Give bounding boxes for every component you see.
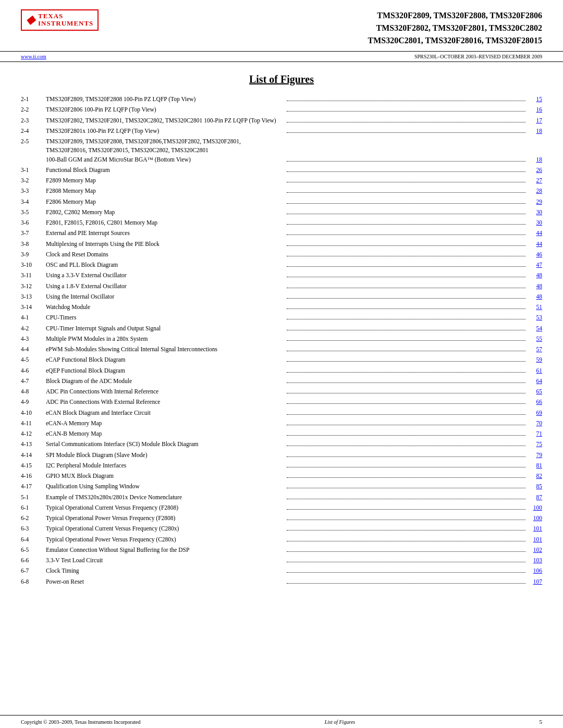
header-title-line1: TMS320F2809, TMS320F2808, TMS320F2806 — [368, 9, 542, 22]
toc-text-wrap: Multiplexing of Interrupts Using the PIE… — [46, 240, 542, 249]
footer-copyright: Copyright © 2003–2009, Texas Instruments… — [21, 719, 140, 725]
toc-text: ADC Pin Connections With Internal Refere… — [46, 387, 285, 396]
toc-page[interactable]: 59 — [528, 355, 542, 364]
toc-page[interactable]: 85 — [528, 482, 542, 491]
toc-entry: 6-5 Emulator Connection Without Signal B… — [21, 546, 542, 554]
toc-entry: 4-9 ADC Pin Connections With External Re… — [21, 398, 542, 406]
toc-dots — [287, 361, 525, 362]
toc-page[interactable]: 100 — [528, 514, 542, 523]
toc-page[interactable]: 18 — [528, 155, 542, 164]
toc-page[interactable]: 81 — [528, 461, 542, 470]
toc-text-wrap: Emulator Connection Without Signal Buffe… — [46, 546, 542, 554]
toc-page[interactable]: 15 — [528, 95, 542, 104]
toc-page[interactable]: 16 — [528, 105, 542, 114]
toc-page[interactable]: 48 — [528, 271, 542, 280]
toc-text-wrap: eQEP Functional Block Diagram 61 — [46, 366, 542, 375]
toc-page[interactable]: 82 — [528, 472, 542, 480]
toc-page[interactable]: 66 — [528, 398, 542, 406]
toc-dots — [287, 182, 525, 182]
website-link[interactable]: www.ti.com — [21, 54, 46, 59]
toc-page[interactable]: 28 — [528, 187, 542, 195]
toc-text: CPU-Timers — [46, 313, 285, 322]
toc-text: ADC Pin Connections With External Refere… — [46, 398, 285, 406]
toc-page[interactable]: 61 — [528, 366, 542, 375]
toc-page[interactable]: 53 — [528, 313, 542, 322]
logo-texas: TEXAS — [38, 13, 93, 20]
toc-page[interactable]: 106 — [528, 566, 542, 575]
toc-number: 3-9 — [21, 250, 46, 259]
toc-page[interactable]: 46 — [528, 250, 542, 259]
toc-page[interactable]: 101 — [528, 535, 542, 544]
toc-page[interactable]: 100 — [528, 503, 542, 512]
toc-page[interactable]: 75 — [528, 440, 542, 449]
toc-page[interactable]: 87 — [528, 493, 542, 502]
toc-page[interactable]: 101 — [528, 524, 542, 533]
toc-number: 2-1 — [21, 95, 46, 104]
toc-page[interactable]: 47 — [528, 261, 542, 269]
toc-page[interactable]: 44 — [528, 240, 542, 249]
toc-text-wrap: SPI Module Block Diagram (Slave Mode) 79 — [46, 451, 542, 460]
toc-text-wrap: eCAN-B Memory Map 71 — [46, 429, 542, 438]
toc-page[interactable]: 70 — [528, 419, 542, 428]
toc-number: 3-13 — [21, 292, 46, 301]
toc-page[interactable]: 48 — [528, 292, 542, 301]
toc-page[interactable]: 29 — [528, 198, 542, 206]
toc-number: 3-10 — [21, 261, 46, 269]
toc-dots — [287, 477, 525, 478]
toc-page[interactable]: 30 — [528, 218, 542, 227]
toc-page[interactable]: 54 — [528, 324, 542, 333]
toc-page[interactable]: 64 — [528, 377, 542, 386]
toc-page[interactable]: 27 — [528, 176, 542, 185]
toc-text-wrap: External and PIE Interrupt Sources 44 — [46, 229, 542, 238]
toc-page[interactable]: 55 — [528, 335, 542, 343]
toc-entry: 3-9 Clock and Reset Domains 46 — [21, 250, 542, 259]
toc-dots — [287, 309, 525, 309]
toc-page[interactable]: 103 — [528, 556, 542, 565]
toc-page[interactable]: 17 — [528, 116, 542, 125]
toc-text-wrap: F2802, C2802 Memory Map 30 — [46, 208, 542, 217]
toc-dots — [287, 203, 525, 204]
toc-page[interactable]: 79 — [528, 451, 542, 460]
toc-text-wrap: ADC Pin Connections With External Refere… — [46, 398, 542, 406]
toc-text-wrap: TMS320F2806 100-Pin PZ LQFP (Top View) 1… — [46, 105, 542, 114]
toc-text-wrap: Power-on Reset 107 — [46, 577, 542, 586]
toc-text-wrap: CPU-Timer Interrupt Signals and Output S… — [46, 324, 542, 333]
toc-page[interactable]: 48 — [528, 282, 542, 291]
toc-dots-row: 100-Ball GGM and ZGM MicroStar BGA™ (Bot… — [46, 155, 542, 164]
toc-number: 3-5 — [21, 208, 46, 217]
toc-entry: 6-3 Typical Operational Current Versus F… — [21, 524, 542, 533]
toc-number: 6-1 — [21, 503, 46, 512]
toc-text: eCAP Functional Block Diagram — [46, 355, 285, 364]
toc-entry: 2-5 TMS320F2809, TMS320F2808, TMS320F280… — [21, 137, 542, 164]
toc-page[interactable]: 102 — [528, 546, 542, 554]
toc-dots — [287, 288, 525, 288]
toc-entry: 6-8 Power-on Reset 107 — [21, 577, 542, 586]
toc-page[interactable]: 18 — [528, 127, 542, 135]
toc-dots — [287, 467, 525, 467]
toc-page[interactable]: 71 — [528, 429, 542, 438]
toc-dots — [287, 435, 525, 436]
toc-page[interactable]: 57 — [528, 345, 542, 354]
toc-page[interactable]: 44 — [528, 229, 542, 238]
toc-text: Clock and Reset Domains — [46, 250, 285, 259]
toc-text-wrap: TMS320F2801x 100-Pin PZ LQFP (Top View) … — [46, 127, 542, 135]
logo-box: ◆ TEXAS INSTRUMENTS — [21, 9, 99, 31]
toc-text: Typical Operational Power Versus Frequen… — [46, 535, 285, 544]
toc-entry: 4-17 Qualification Using Sampling Window… — [21, 482, 542, 491]
toc-text: F2809 Memory Map — [46, 176, 285, 185]
toc-page[interactable]: 51 — [528, 303, 542, 312]
toc-page[interactable]: 107 — [528, 577, 542, 586]
toc-entry: 4-12 eCAN-B Memory Map 71 — [21, 429, 542, 438]
toc-dots — [287, 551, 525, 552]
toc-text-wrap: Block Diagram of the ADC Module 64 — [46, 377, 542, 386]
toc-page[interactable]: 30 — [528, 208, 542, 217]
toc-number: 6-6 — [21, 556, 46, 565]
toc-dots — [287, 111, 525, 112]
toc-text-wrap: TMS320F2809, TMS320F2808 100-Pin PZ LQFP… — [46, 95, 542, 104]
toc-page[interactable]: 26 — [528, 166, 542, 175]
toc-text-wrap: eCAP Functional Block Diagram 59 — [46, 355, 542, 364]
toc-text-wrap: Functional Block Diagram 26 — [46, 166, 542, 175]
toc-text: eCAN Block Diagram and Interface Circuit — [46, 409, 285, 417]
toc-page[interactable]: 69 — [528, 409, 542, 417]
toc-page[interactable]: 65 — [528, 387, 542, 396]
